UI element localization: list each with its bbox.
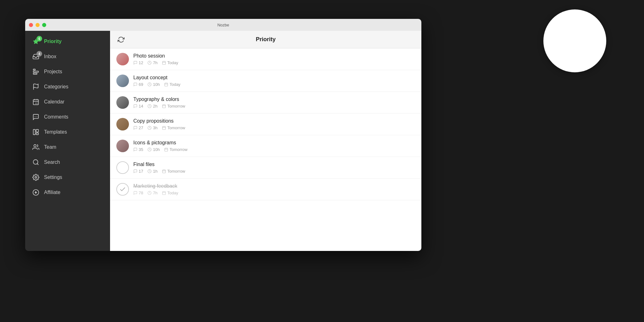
task-content: Icons & pictograms 35 10h [133, 140, 415, 152]
close-button[interactable] [29, 23, 33, 27]
main-panel: Priority Photo session 12 [110, 31, 421, 251]
sidebar-label-templates: Templates [44, 129, 67, 135]
svg-rect-45 [165, 148, 168, 151]
avatar [116, 53, 129, 65]
task-item[interactable]: Copy propositions 27 3h [110, 114, 421, 135]
traffic-lights [29, 23, 46, 27]
sidebar-item-templates[interactable]: Templates [25, 125, 110, 140]
task-meta: 69 10h Today [133, 82, 415, 87]
svg-rect-3 [33, 73, 37, 75]
sidebar-label-categories: Categories [44, 84, 68, 90]
svg-rect-15 [36, 133, 38, 135]
task-item[interactable]: Typography & colors 14 2h [110, 92, 421, 114]
sidebar-item-search[interactable]: Search [25, 155, 110, 170]
task-content: Copy propositions 27 3h [133, 118, 415, 130]
panel-header: Priority [110, 31, 421, 48]
time-estimate: 1h [147, 169, 157, 174]
app-body: 6 Priority 4 Inbox [25, 31, 421, 251]
task-item[interactable]: Icons & pictograms 35 10h [110, 135, 421, 157]
comment-count: 69 [133, 82, 143, 87]
sidebar-label-priority: Priority [44, 39, 62, 44]
inbox-icon: 4 [32, 53, 40, 60]
svg-rect-1 [33, 69, 35, 70]
task-title: Layout concept [133, 75, 415, 80]
svg-point-10 [34, 116, 35, 117]
task-item[interactable]: Layout concept 69 10h [110, 70, 421, 92]
calendar-icon: 13 [32, 98, 40, 106]
task-title: Icons & pictograms [133, 140, 415, 146]
svg-line-18 [37, 164, 38, 165]
svg-rect-55 [163, 192, 166, 195]
priority-badge: 6 [36, 36, 42, 42]
task-content: Photo session 12 7h [133, 53, 415, 65]
window-title: Nozbe [217, 23, 229, 27]
sidebar-item-priority[interactable]: 6 Priority [25, 34, 110, 49]
task-item[interactable]: Marketing feedback 78 7h [110, 179, 421, 200]
due-date: Tomorrow [162, 169, 185, 174]
affiliate-icon: $ [32, 189, 40, 196]
sidebar-item-categories[interactable]: Categories [25, 79, 110, 94]
task-content: Layout concept 69 10h [133, 75, 415, 87]
svg-rect-40 [163, 126, 166, 130]
svg-rect-35 [163, 105, 166, 108]
task-item[interactable]: Photo session 12 7h [110, 48, 421, 70]
task-meta: 27 3h Tomorrow [133, 125, 415, 130]
sidebar: 6 Priority 4 Inbox [25, 31, 110, 251]
due-date: Tomorrow [162, 104, 185, 108]
sidebar-item-affiliate[interactable]: $ Affiliate [25, 185, 110, 200]
sidebar-item-comments[interactable]: Comments [25, 109, 110, 125]
svg-point-19 [35, 176, 37, 178]
sidebar-label-settings: Settings [44, 175, 62, 180]
apple-logo-overlay [543, 9, 606, 72]
sidebar-item-projects[interactable]: Projects [25, 64, 110, 79]
sidebar-label-comments: Comments [44, 114, 68, 120]
svg-text:$: $ [35, 191, 36, 194]
task-meta: 12 7h Today [133, 60, 415, 65]
task-meta: 78 7h Today [133, 191, 415, 195]
due-date: Tomorrow [162, 125, 185, 130]
sidebar-item-inbox[interactable]: 4 Inbox [25, 49, 110, 64]
svg-rect-13 [33, 130, 35, 135]
time-estimate: 7h [147, 60, 157, 65]
avatar [116, 96, 129, 109]
svg-text:13: 13 [35, 102, 37, 105]
due-date: Today [162, 60, 178, 65]
refresh-button[interactable] [116, 35, 126, 44]
star-icon: 6 [32, 38, 40, 45]
categories-icon [32, 83, 40, 91]
templates-icon [32, 128, 40, 136]
avatar [116, 183, 129, 196]
avatar [116, 161, 129, 174]
time-estimate: 10h [147, 82, 160, 87]
task-content: Typography & colors 14 2h [133, 97, 415, 108]
svg-rect-30 [165, 83, 168, 86]
sidebar-label-search: Search [44, 159, 60, 165]
task-title: Photo session [133, 53, 415, 59]
comments-icon [32, 113, 40, 121]
svg-rect-2 [33, 71, 39, 72]
inbox-badge: 4 [36, 51, 42, 57]
comment-count: 14 [133, 104, 143, 108]
comment-count: 27 [133, 125, 143, 130]
task-title: Final files [133, 162, 415, 167]
maximize-button[interactable] [42, 23, 46, 27]
task-content: Final files 17 1h [133, 162, 415, 174]
sidebar-label-affiliate: Affiliate [44, 190, 60, 195]
sidebar-item-team[interactable]: Team [25, 140, 110, 155]
due-date: Today [162, 191, 178, 195]
sidebar-item-settings[interactable]: Settings [25, 170, 110, 185]
svg-point-12 [37, 116, 37, 117]
settings-icon [32, 174, 40, 181]
task-list: Photo session 12 7h [110, 48, 421, 251]
minimize-button[interactable] [36, 23, 40, 27]
task-meta: 35 10h Tomorrow [133, 147, 415, 152]
svg-rect-50 [163, 170, 166, 173]
avatar [116, 118, 129, 130]
sidebar-label-projects: Projects [44, 69, 62, 75]
projects-icon [32, 68, 40, 75]
time-estimate: 10h [147, 147, 160, 152]
task-item[interactable]: Final files 17 1h [110, 157, 421, 179]
sidebar-item-calendar[interactable]: 13 Calendar [25, 94, 110, 109]
due-date: Today [164, 82, 180, 87]
svg-point-16 [34, 145, 36, 147]
